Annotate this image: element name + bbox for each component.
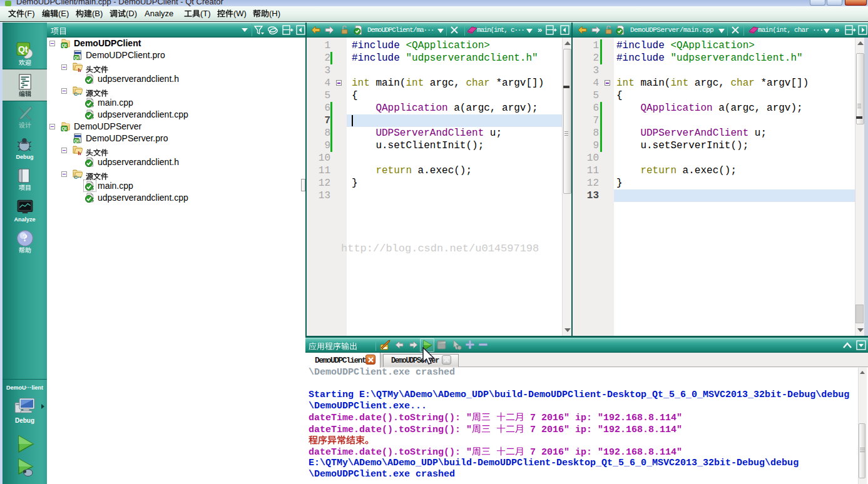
svg-text:Qt: Qt	[74, 56, 79, 60]
svg-text:h: h	[78, 150, 81, 156]
svg-text:++: ++	[77, 175, 82, 179]
svg-text:Qt: Qt	[62, 126, 67, 131]
svg-text:Qt: Qt	[18, 44, 28, 54]
svg-text:Qt: Qt	[74, 139, 79, 143]
svg-text:++: ++	[77, 92, 82, 96]
svg-text:h: h	[78, 67, 81, 73]
svg-text:?: ?	[22, 233, 27, 243]
svg-text:Qt: Qt	[62, 43, 67, 48]
